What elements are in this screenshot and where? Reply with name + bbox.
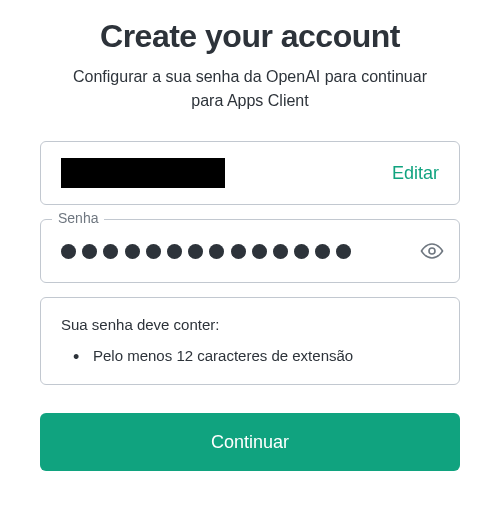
page-title: Create your account [40,18,460,55]
eye-icon[interactable] [420,239,444,263]
requirement-item: Pelo menos 12 caracteres de extensão [73,347,439,364]
email-field-row: Editar [40,141,460,205]
password-dot [103,244,118,259]
password-dot [167,244,182,259]
password-dot [294,244,309,259]
password-dot [315,244,330,259]
password-dot [125,244,140,259]
password-requirements-box: Sua senha deve conter: Pelo menos 12 car… [40,297,460,385]
password-field-wrapper: Senha [40,219,460,283]
email-value-redacted [61,158,225,188]
password-dot [188,244,203,259]
password-dot [82,244,97,259]
requirements-title: Sua senha deve conter: [61,316,439,333]
password-dot [273,244,288,259]
continue-button[interactable]: Continuar [40,413,460,471]
password-dot [61,244,76,259]
password-dot [252,244,267,259]
edit-email-button[interactable]: Editar [392,163,439,184]
password-label: Senha [52,210,104,226]
password-dot [146,244,161,259]
password-input[interactable] [40,219,460,283]
svg-point-0 [429,248,435,254]
password-dot [336,244,351,259]
page-subtitle: Configurar a sua senha da OpenAI para co… [40,65,460,113]
password-dot [209,244,224,259]
password-dot [231,244,246,259]
requirements-list: Pelo menos 12 caracteres de extensão [61,347,439,364]
